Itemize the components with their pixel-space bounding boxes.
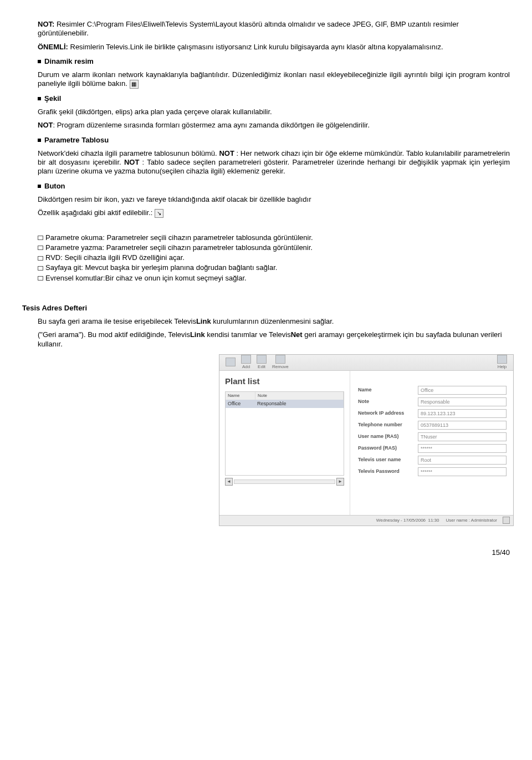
table-header: Name Note bbox=[226, 392, 344, 400]
televis-user-input[interactable]: Root bbox=[418, 456, 507, 465]
televis-pw-input[interactable]: ****** bbox=[418, 467, 507, 476]
note-1: NOT: Resimler C:\Program Files\Eliwell\T… bbox=[38, 20, 510, 38]
col-note: Note bbox=[255, 392, 344, 400]
scroll-right-icon[interactable]: ► bbox=[336, 478, 344, 486]
field-note: NoteResponsable bbox=[358, 397, 507, 406]
table-row[interactable]: Office Responsable bbox=[226, 400, 344, 408]
cell-name: Office bbox=[226, 400, 255, 408]
plant-details-form: NameOffice NoteResponsable Network IP ad… bbox=[350, 371, 513, 515]
text: ("Geri arama"). Bu mod aktif edildiğinde… bbox=[38, 330, 190, 339]
add-icon bbox=[241, 355, 251, 364]
text: RVD: Seçili cihazla ilgili RVD özelliğin… bbox=[45, 253, 185, 262]
important-note: ÖNEMLİ: Resimlerin Televis.Link ile birl… bbox=[38, 43, 510, 52]
label: Password (RAS) bbox=[358, 445, 418, 451]
bold: Net bbox=[291, 330, 303, 339]
heading-text: Parametre Tablosu bbox=[44, 136, 109, 144]
text: Evrensel komutlar:Bir cihaz ve onun için… bbox=[45, 274, 247, 282]
paragraph-tesis-2: ("Geri arama"). Bu mod aktif edildiğinde… bbox=[38, 330, 510, 349]
note-label: NOT: bbox=[38, 20, 54, 28]
label: Name bbox=[358, 387, 418, 393]
open-box-icon bbox=[38, 276, 43, 280]
phone-input[interactable]: 0537889113 bbox=[418, 421, 507, 430]
bullet-icon bbox=[38, 139, 41, 142]
ras-user-input[interactable]: TNuser bbox=[418, 432, 507, 441]
heading-dinamik-resim: Dinamik resim bbox=[38, 57, 510, 66]
scroll-left-icon[interactable]: ◄ bbox=[225, 478, 233, 486]
list-item-3: RVD: Seçili cihazla ilgili RVD özelliğin… bbox=[38, 253, 510, 262]
heading-tesis-adres-defteri: Tesis Adres Defteri bbox=[22, 304, 510, 313]
list-item-5: Evrensel komutlar:Bir cihaz ve onun için… bbox=[38, 274, 510, 283]
label: Televis user name bbox=[358, 457, 418, 463]
plant-list-table[interactable]: Name Note Office Responsable bbox=[225, 391, 344, 476]
bullet-icon bbox=[38, 185, 41, 188]
text: Özellik aşağıdaki gibi aktif edilebilir.… bbox=[38, 208, 152, 217]
toolbar-edit-button[interactable]: Edit bbox=[257, 355, 267, 370]
bullet-icon bbox=[38, 97, 41, 100]
open-box-icon bbox=[38, 236, 43, 240]
status-date: Wednesday - 17/05/2006 11:30 bbox=[376, 518, 439, 523]
toolbar-remove-button[interactable]: Remove bbox=[272, 355, 289, 370]
heading-text: Dinamik resim bbox=[44, 57, 94, 65]
cell-note: Responsable bbox=[255, 400, 344, 408]
field-ip: Network IP address89.123.123.123 bbox=[358, 409, 507, 418]
open-box-icon bbox=[38, 246, 43, 250]
field-televis-pw: Televis Password****** bbox=[358, 467, 507, 476]
paragraph-buton-1: Dikdörtgen resim bir ikon, yazı ve farey… bbox=[38, 195, 510, 204]
label: Remove bbox=[272, 364, 289, 370]
paragraph-sekil-1: Grafik şekil (dikdörtgen, elips) arka pl… bbox=[38, 108, 510, 116]
field-ras-user: User name (RAS)TNuser bbox=[358, 432, 507, 441]
text: kendisi tanımlar ve Televis bbox=[205, 330, 291, 339]
name-input[interactable]: Office bbox=[418, 386, 507, 395]
label: User name (RAS) bbox=[358, 433, 418, 440]
plant-list-pane: Plant list Name Note Office Responsable … bbox=[219, 371, 350, 515]
scroll-track[interactable] bbox=[234, 480, 335, 484]
remove-icon bbox=[275, 355, 285, 364]
field-phone: Telephone number0537889113 bbox=[358, 421, 507, 430]
text: : Program düzenleme sırasında formları g… bbox=[53, 121, 370, 129]
label: Network IP address bbox=[358, 410, 418, 416]
paragraph-sekil-2: NOT: Program düzenleme sırasında formlar… bbox=[38, 121, 510, 130]
important-label: ÖNEMLİ: bbox=[38, 43, 68, 51]
important-body: Resimlerin Televis.Link ile birlikte çal… bbox=[68, 43, 443, 51]
not-label: NOT bbox=[124, 158, 139, 166]
open-box-icon bbox=[38, 256, 43, 261]
field-televis-user: Televis user nameRoot bbox=[358, 456, 507, 465]
note-input[interactable]: Responsable bbox=[418, 397, 507, 406]
toolbar: Add Edit Remove Help bbox=[219, 355, 513, 371]
panel-inline-icon: ▦ bbox=[130, 80, 139, 89]
open-box-icon bbox=[38, 266, 43, 271]
text: Bu sayfa geri arama ile tesise erişebile… bbox=[38, 317, 196, 325]
bullet-icon bbox=[38, 60, 41, 63]
toolbar-blank-button[interactable] bbox=[226, 358, 236, 367]
paragraph-parametre: Network'deki cihazla ilgili parametre ta… bbox=[38, 149, 510, 176]
bold: Link bbox=[196, 317, 211, 325]
feature-inline-icon: ↘ bbox=[155, 209, 163, 218]
bold: Link bbox=[190, 330, 205, 339]
ras-pw-input[interactable]: ****** bbox=[418, 444, 507, 453]
horizontal-scrollbar[interactable]: ◄ ► bbox=[225, 478, 344, 486]
tool-icon bbox=[226, 358, 236, 366]
toolbar-help-button[interactable]: Help bbox=[497, 355, 507, 370]
col-name: Name bbox=[226, 392, 255, 400]
field-ras-pw: Password (RAS)****** bbox=[358, 444, 507, 453]
status-bar: Wednesday - 17/05/2006 11:30 User name :… bbox=[219, 515, 513, 526]
plant-list-title: Plant list bbox=[225, 376, 344, 387]
note-body: Resimler C:\Program Files\Eliwell\Televi… bbox=[38, 20, 459, 37]
heading-buton: Buton bbox=[38, 182, 510, 191]
field-name: NameOffice bbox=[358, 386, 507, 395]
ip-input[interactable]: 89.123.123.123 bbox=[418, 409, 507, 418]
list-item-2: Parametre yazma: Parametreler seçili cih… bbox=[38, 243, 510, 252]
toolbar-add-button[interactable]: Add bbox=[241, 355, 251, 370]
text: Durum ve alarm ikonları network kaynakla… bbox=[38, 70, 510, 88]
heading-text: Şekil bbox=[44, 94, 61, 103]
label: Add bbox=[242, 364, 250, 370]
heading-text: Buton bbox=[44, 182, 65, 190]
page-number: 15/40 bbox=[22, 548, 510, 557]
heading-parametre-tablosu: Parametre Tablosu bbox=[38, 136, 510, 145]
not-label: NOT bbox=[219, 149, 234, 157]
label: Edit bbox=[258, 364, 265, 370]
text: Parametre yazma: Parametreler seçili cih… bbox=[45, 243, 313, 252]
label: Telephone number bbox=[358, 422, 418, 428]
label: Note bbox=[358, 399, 418, 405]
status-indicator-icon bbox=[503, 517, 510, 524]
